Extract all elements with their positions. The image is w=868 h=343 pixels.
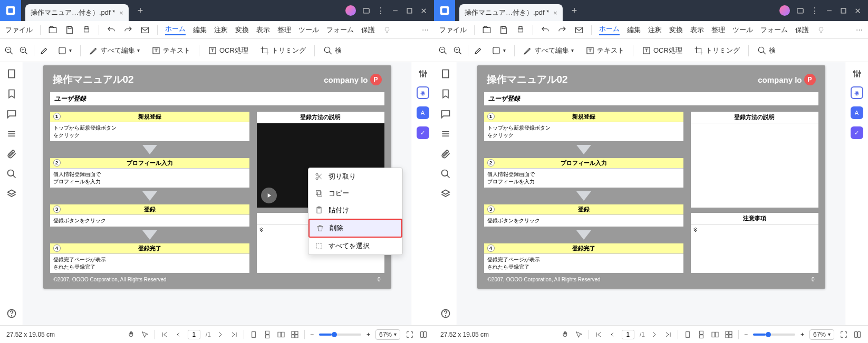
attachment-icon[interactable]	[6, 149, 17, 159]
user-avatar-icon[interactable]	[779, 5, 790, 16]
menu-tools[interactable]: ツール	[732, 25, 753, 35]
minimize-icon[interactable]	[391, 7, 399, 15]
context-cut[interactable]: 切り取り	[308, 168, 402, 185]
menu-view[interactable]: 表示	[690, 25, 704, 35]
context-paste[interactable]: 貼付け	[308, 202, 402, 219]
two-page-icon[interactable]	[277, 330, 285, 339]
trim-button[interactable]: トリミング	[257, 44, 309, 57]
bookmark-icon[interactable]	[440, 89, 451, 99]
zoom-in-sb-icon[interactable]: +	[801, 331, 804, 338]
search-rail-icon[interactable]	[440, 169, 451, 179]
redo-icon[interactable]	[123, 25, 133, 35]
print-icon[interactable]	[516, 25, 525, 35]
two-continuous-icon[interactable]	[725, 330, 733, 339]
undo-icon[interactable]	[107, 25, 116, 35]
menu-home[interactable]: ホーム	[165, 24, 186, 35]
sliders-icon[interactable]	[418, 68, 428, 79]
zoom-out-icon[interactable]	[438, 46, 448, 55]
message-icon[interactable]	[796, 7, 804, 15]
hand-tool-icon[interactable]	[127, 330, 136, 339]
menu-annotate[interactable]: 注釈	[214, 25, 228, 35]
menubar-overflow-icon[interactable]: ⋯	[856, 26, 863, 34]
ai-chat-icon[interactable]: ◉	[417, 86, 429, 99]
page-number-input[interactable]	[622, 330, 634, 339]
search-rail-icon[interactable]	[6, 169, 17, 179]
first-page-icon[interactable]	[594, 330, 603, 339]
continuous-page-icon[interactable]	[697, 330, 706, 339]
edit-all-button[interactable]: すべて編集▾	[86, 44, 143, 57]
bookmark-icon[interactable]	[6, 89, 17, 99]
ocr-button[interactable]: OCR処理	[205, 44, 252, 57]
open-icon[interactable]	[48, 25, 57, 35]
file-menu[interactable]: ファイル	[5, 25, 33, 35]
two-page-icon[interactable]	[711, 330, 719, 339]
save-icon[interactable]	[499, 25, 508, 35]
help-icon[interactable]	[440, 308, 451, 319]
menu-convert[interactable]: 変換	[669, 25, 683, 35]
open-icon[interactable]	[482, 25, 491, 35]
menu-organize[interactable]: 整理	[711, 25, 725, 35]
close-window-icon[interactable]	[854, 7, 862, 15]
shape-dropdown[interactable]: ▾	[54, 44, 75, 57]
kebab-menu-icon[interactable]: ⋮	[377, 6, 385, 16]
menubar-overflow-icon[interactable]: ⋯	[422, 26, 429, 34]
thumbnail-icon[interactable]	[6, 68, 17, 79]
trim-button[interactable]: トリミング	[691, 44, 743, 57]
translate-icon[interactable]: A	[851, 106, 863, 119]
maximize-icon[interactable]	[840, 7, 847, 15]
menu-edit[interactable]: 編集	[627, 25, 641, 35]
read-mode-icon[interactable]	[419, 330, 428, 339]
menu-form[interactable]: フォーム	[760, 25, 788, 35]
maximize-icon[interactable]	[406, 7, 413, 15]
first-page-icon[interactable]	[160, 330, 169, 339]
thumbnail-icon[interactable]	[440, 68, 451, 79]
page-viewport[interactable]: 操作マニュアル02 company lo P ユーザ登録 1新規登録 トップから…	[457, 62, 845, 325]
next-page-icon[interactable]	[216, 330, 225, 339]
menu-form[interactable]: フォーム	[326, 25, 354, 35]
zoom-out-sb-icon[interactable]: −	[310, 331, 314, 338]
zoom-in-icon[interactable]	[19, 46, 28, 55]
close-tab-icon[interactable]: ×	[553, 9, 557, 17]
zoom-slider[interactable]	[753, 334, 795, 336]
menu-organize[interactable]: 整理	[277, 25, 291, 35]
menu-view[interactable]: 表示	[256, 25, 270, 35]
text-button[interactable]: テキスト	[582, 44, 628, 57]
menu-convert[interactable]: 変換	[235, 25, 249, 35]
menu-annotate[interactable]: 注釈	[648, 25, 662, 35]
fit-screen-icon[interactable]	[406, 330, 414, 339]
sliders-icon[interactable]	[852, 68, 862, 79]
mail-icon[interactable]	[140, 25, 150, 35]
list-icon[interactable]	[440, 129, 451, 139]
select-tool-icon[interactable]	[141, 330, 149, 339]
highlight-icon[interactable]	[474, 46, 483, 55]
prev-page-icon[interactable]	[174, 330, 182, 339]
print-icon[interactable]	[82, 25, 91, 35]
two-continuous-icon[interactable]	[291, 330, 299, 339]
fit-screen-icon[interactable]	[840, 330, 848, 339]
context-select-all[interactable]: すべてを選択	[308, 238, 402, 254]
lightbulb-icon[interactable]	[382, 25, 392, 35]
document-tab[interactable]: 操作マニュア…付き）.pdf * ×	[25, 4, 129, 21]
zoom-slider[interactable]	[319, 334, 361, 336]
close-tab-icon[interactable]: ×	[119, 9, 123, 17]
context-copy[interactable]: コピー	[308, 185, 402, 202]
new-tab-button[interactable]: +	[133, 3, 148, 18]
save-icon[interactable]	[65, 25, 74, 35]
last-page-icon[interactable]	[664, 330, 672, 339]
menu-home[interactable]: ホーム	[599, 24, 620, 35]
zoom-display[interactable]: 67%▾	[809, 329, 834, 340]
layers-icon[interactable]	[440, 189, 451, 199]
continuous-page-icon[interactable]	[263, 330, 272, 339]
comment-icon[interactable]	[440, 109, 451, 119]
next-page-icon[interactable]	[650, 330, 659, 339]
close-window-icon[interactable]	[420, 7, 428, 15]
select-tool-icon[interactable]	[575, 330, 583, 339]
zoom-display[interactable]: 67%▾	[375, 329, 400, 340]
zoom-out-icon[interactable]	[4, 46, 14, 55]
list-icon[interactable]	[6, 129, 17, 139]
menu-edit[interactable]: 編集	[193, 25, 207, 35]
translate-icon[interactable]: A	[417, 106, 429, 119]
highlight-icon[interactable]	[40, 46, 49, 55]
kebab-menu-icon[interactable]: ⋮	[811, 6, 819, 16]
lightbulb-icon[interactable]	[816, 25, 826, 35]
